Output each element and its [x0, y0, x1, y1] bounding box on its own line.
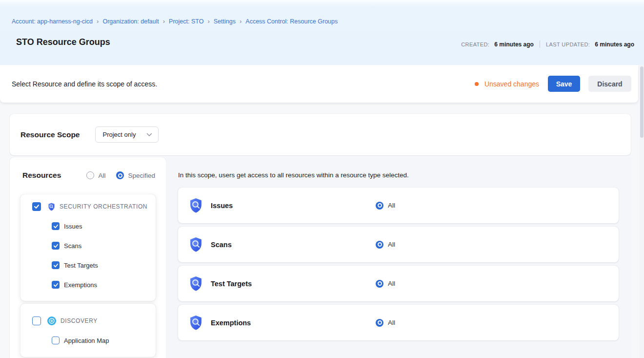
radio-all-label: All [98, 172, 105, 179]
resource-scope-dropdown[interactable]: Project only [95, 126, 159, 143]
vertical-scrollbar[interactable] [640, 65, 644, 358]
sto-shield-icon [189, 237, 202, 253]
check-icon [34, 204, 40, 210]
unsaved-changes-indicator: Unsaved changes [475, 80, 539, 88]
created-value: 6 minutes ago [494, 41, 534, 48]
divider [540, 41, 540, 48]
chevron-down-icon [146, 131, 152, 138]
last-updated-value: 6 minutes ago [595, 41, 634, 48]
action-toolbar: Select Resource and define its scope of … [0, 65, 638, 103]
unsaved-changes-label: Unsaved changes [484, 80, 539, 88]
toolbar-description: Select Resource and define its scope of … [12, 80, 157, 88]
timestamps: CREATED: 6 minutes ago LAST UPDATED: 6 m… [461, 41, 634, 48]
tree-item-label: Application Map [64, 337, 109, 344]
checkbox-test-targets[interactable] [52, 261, 60, 269]
radio-selected-icon[interactable] [376, 280, 383, 288]
chevron-right-icon: › [207, 18, 209, 24]
sto-shield-icon [189, 315, 202, 331]
breadcrumb-account[interactable]: Account: app-harness-ng-cicd [12, 18, 93, 25]
checkbox-discovery[interactable] [32, 316, 41, 325]
group-label: DISCOVERY [60, 317, 98, 324]
resource-card-title: Exemptions [211, 319, 251, 327]
breadcrumb-project[interactable]: Project: STO [169, 18, 203, 25]
scope-description: In this scope, users get access to all r… [178, 171, 409, 179]
resource-card-scans: Scans All [178, 227, 619, 262]
radio-specified-label: Specified [128, 172, 155, 179]
check-icon [53, 243, 59, 249]
resource-scope-label: Resource Scope [20, 130, 80, 139]
radio-selected-icon[interactable] [376, 319, 383, 327]
chevron-right-icon: › [163, 18, 165, 24]
checkbox-scans[interactable] [52, 242, 60, 250]
sto-shield-icon [48, 203, 55, 211]
resource-card-issues: Issues All [178, 188, 619, 223]
radio-selected-icon[interactable] [376, 241, 383, 249]
resource-card-test-targets: Test Targets All [178, 266, 619, 301]
page-header: Account: app-harness-ng-cicd › Organizat… [0, 0, 644, 65]
tree-item-label: Scans [64, 242, 81, 250]
resource-card-title: Scans [211, 241, 232, 249]
access-all-label: All [388, 280, 395, 287]
breadcrumb: Account: app-harness-ng-cicd › Organizat… [12, 18, 338, 25]
group-card-security-orchestration: SECURITY ORCHESTRATION Issues Scans Test… [20, 194, 156, 301]
chevron-right-icon: › [240, 18, 242, 24]
tree-item-label: Test Targets [64, 262, 98, 269]
resources-radio-all[interactable]: All [86, 171, 105, 179]
save-button[interactable]: Save [548, 76, 580, 92]
resources-radio-specified[interactable]: Specified [116, 171, 155, 179]
created-label: CREATED: [461, 42, 489, 47]
check-icon [53, 263, 59, 268]
access-all-label: All [388, 202, 395, 209]
discovery-icon [47, 316, 56, 325]
checkbox-exemptions[interactable] [52, 281, 60, 289]
resource-scope-card: Resource Scope Project only [10, 114, 631, 155]
group-card-discovery: DISCOVERY Application Map [20, 304, 156, 357]
scope-detail-area: In this scope, users get access to all r… [166, 157, 632, 358]
checkbox-issues[interactable] [52, 222, 60, 230]
radio-unselected-icon [86, 171, 94, 179]
checkbox-application-map[interactable] [52, 337, 60, 344]
radio-selected-icon[interactable] [376, 202, 383, 210]
check-icon [53, 224, 59, 229]
check-icon [53, 282, 59, 288]
chevron-right-icon: › [97, 18, 99, 24]
tree-item-label: Issues [64, 223, 82, 230]
resource-card-title: Issues [211, 202, 233, 210]
page-title: STO Resource Groups [16, 37, 110, 47]
breadcrumb-access-control[interactable]: Access Control: Resource Groups [245, 18, 338, 25]
resources-panel: Resources All Specified SECURITY ORCHEST… [10, 157, 166, 358]
breadcrumb-organization[interactable]: Organization: default [102, 18, 159, 25]
resource-card-exemptions: Exemptions All [178, 305, 619, 340]
access-all-label: All [388, 319, 395, 326]
radio-selected-icon [116, 171, 124, 179]
discard-button[interactable]: Discard [588, 76, 631, 92]
tree-item-label: Exemptions [64, 281, 97, 289]
access-all-label: All [388, 241, 395, 248]
resource-scope-selected: Project only [102, 131, 136, 138]
sto-shield-icon [189, 198, 202, 213]
scrollbar-thumb[interactable] [640, 66, 644, 138]
resources-title: Resources [22, 171, 61, 180]
resource-card-title: Test Targets [211, 280, 252, 288]
group-label: SECURITY ORCHESTRATION [60, 203, 147, 210]
last-updated-label: LAST UPDATED: [546, 42, 590, 47]
sto-shield-icon [189, 276, 202, 292]
unsaved-dot-icon [475, 82, 479, 86]
checkbox-security-orchestration[interactable] [32, 202, 41, 211]
breadcrumb-settings[interactable]: Settings [214, 18, 236, 25]
